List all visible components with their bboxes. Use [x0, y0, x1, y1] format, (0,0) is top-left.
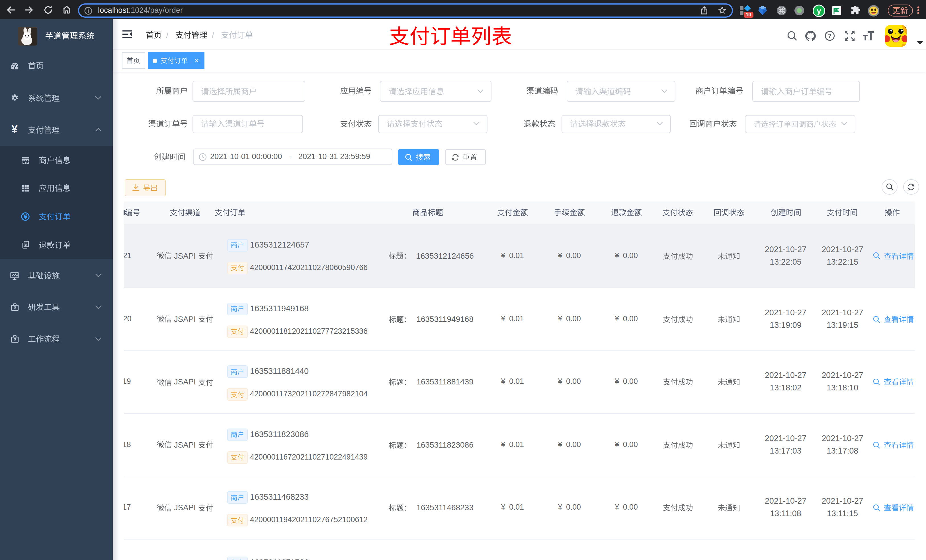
svg-text:?: ? — [828, 32, 831, 39]
svg-text:y: y — [817, 6, 821, 15]
